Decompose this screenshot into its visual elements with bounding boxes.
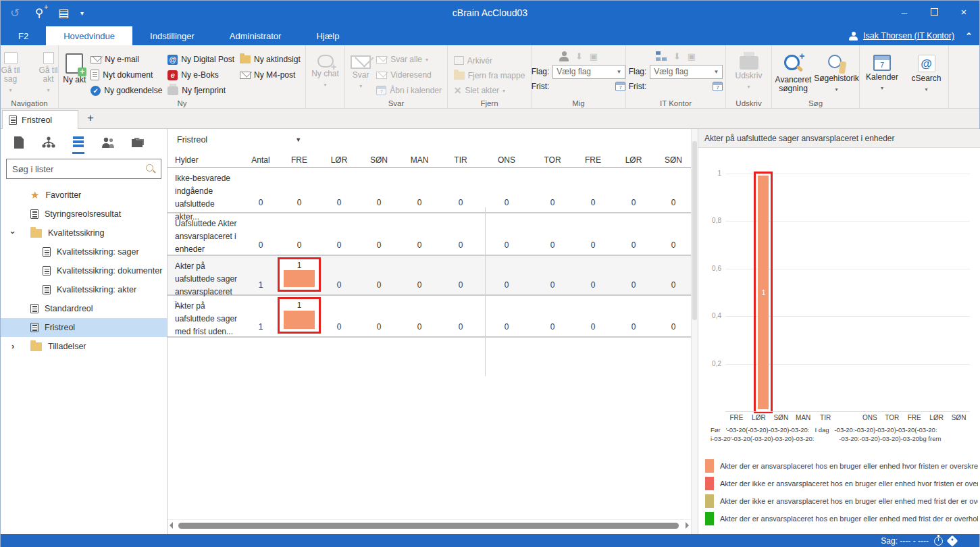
ribbon-group-mig: ⬇ ▣ Flag: Vælg flag▼ Frist: 7 Mig: [532, 45, 626, 108]
reply-button[interactable]: Svar▾: [348, 48, 373, 97]
sidebar-item-kvalitetssikring-akter[interactable]: Kvalitetssikring: akter: [1, 280, 167, 299]
sidebar-search-box[interactable]: [6, 159, 161, 179]
table-row[interactable]: Uafsluttede Akteransvarsplaceret ienhede…: [167, 213, 691, 256]
menu-tab-hovedvindue[interactable]: Hovedvindue: [46, 26, 132, 45]
stopwatch-icon[interactable]: [934, 537, 943, 546]
column-header[interactable]: LØR: [613, 155, 654, 165]
new-eboks-button[interactable]: eNy e-Boks: [165, 68, 237, 82]
search-input[interactable]: [12, 164, 142, 174]
group-label-svar: Svar: [345, 99, 447, 107]
open-in-calendar-button[interactable]: 7Åbn i kalender: [373, 84, 444, 97]
deadline-calendar-icon[interactable]: 7: [615, 82, 625, 91]
row-name-line: Ikke-besvarede: [175, 172, 240, 185]
sidebar-item-fristreol[interactable]: Fristreol: [1, 318, 167, 337]
column-header[interactable]: FRE: [573, 155, 613, 165]
contacts-view-icon[interactable]: [101, 136, 115, 149]
remove-from-folder-button[interactable]: Fjern fra mappe: [451, 69, 528, 82]
new-remote-print-button[interactable]: Ny fjernprint: [165, 84, 237, 97]
new-approval-button[interactable]: ✓Ny godkendelse: [88, 84, 165, 97]
user-icon: [849, 32, 858, 41]
collapse-ribbon-icon[interactable]: ⌃: [965, 31, 973, 41]
documents-view-icon[interactable]: [11, 136, 26, 149]
new-digital-post-button[interactable]: @Ny Digital Post: [165, 53, 237, 66]
forward-button[interactable]: Videresend: [373, 68, 444, 82]
delete-records-button[interactable]: ✕Slet akter▾: [451, 84, 528, 97]
horizontal-scrollbar[interactable]: [167, 519, 691, 531]
column-header[interactable]: MAN: [398, 155, 440, 165]
archive-button[interactable]: Arkivér: [451, 54, 528, 67]
sidebar-item-tilladelser[interactable]: ›Tilladelser: [1, 337, 167, 356]
tag-icon[interactable]: [947, 536, 958, 547]
menu-tab-administrator[interactable]: Administrator: [212, 26, 299, 45]
sidebar-item-favoritter[interactable]: ★Favoritter: [1, 186, 167, 205]
table-row[interactable]: Ikke-besvaredeindgåendeuafsluttede akter…: [167, 168, 691, 213]
column-header[interactable]: LØR: [319, 155, 359, 165]
advanced-search-button[interactable]: + Avanceretsøgning: [773, 48, 815, 97]
sidebar-item-kvalitetssikring-sager[interactable]: Kvalitetssikring: sager: [1, 242, 167, 261]
sidebar-item-standardreol[interactable]: Standardreol: [1, 299, 167, 318]
column-header[interactable]: ONS: [481, 155, 532, 165]
flag-select-mig[interactable]: Vælg flag▼: [552, 65, 625, 79]
flag-select-itkontor[interactable]: Vælg flag▼: [650, 65, 723, 79]
chevron-right-icon[interactable]: ›: [11, 341, 21, 351]
new-document-button[interactable]: Nyt dokument: [88, 68, 165, 82]
print-button[interactable]: Udskriv▾: [731, 48, 767, 97]
org-structure-view-icon[interactable]: [41, 136, 56, 149]
workspace-tab-fristreol[interactable]: Fristreol: [2, 110, 78, 129]
sidebar-item-styringsreolsresultat[interactable]: Styringsreolsresultat: [1, 205, 167, 224]
new-record-button[interactable]: + Ny akt: [61, 48, 88, 97]
scroll-right-arrow[interactable]: [686, 522, 689, 529]
column-header[interactable]: SØN: [359, 155, 398, 165]
menu-tab-indstillinger[interactable]: Indstillinger: [132, 26, 212, 45]
value-cell: 0: [573, 296, 613, 336]
column-header[interactable]: Hylder: [167, 155, 242, 165]
deadline-calendar-icon[interactable]: 7: [713, 82, 723, 91]
reply-all-button[interactable]: Svar alle▾: [373, 53, 444, 66]
folders-view-icon[interactable]: [130, 136, 145, 149]
vertical-scrollbar[interactable]: [691, 129, 698, 534]
scrollbar-thumb[interactable]: [692, 141, 697, 320]
menu-tab-f2[interactable]: F2: [1, 26, 46, 45]
table-row[interactable]: Akter påuafsluttede sagermed frist uden.…: [167, 296, 691, 338]
csearch-button[interactable]: @ cSearch▾: [908, 48, 945, 97]
user-link[interactable]: Isak Thorsen (IT Kontor): [863, 31, 954, 41]
group-label-mig: Mig: [532, 99, 625, 107]
value-cell: 0: [359, 213, 398, 255]
sidebar-item-kvalitetssikring[interactable]: ›Kvalitetssikring: [1, 224, 167, 242]
column-header[interactable]: Antal: [242, 155, 280, 165]
y-tick-label: 0,4: [701, 312, 721, 319]
sidebar-item-kvalitetssikring-dokumenter[interactable]: Kvalitetssikring: dokumenter: [1, 261, 167, 280]
column-header[interactable]: SØN: [654, 155, 693, 165]
scrollbar-thumb[interactable]: [178, 523, 679, 529]
value-cell: 0: [440, 256, 481, 294]
go-to-case-button[interactable]: Gå til sag▾: [0, 48, 29, 97]
new-email-button[interactable]: Ny e-mail: [88, 53, 165, 66]
column-header[interactable]: TOR: [532, 155, 573, 165]
scroll-left-arrow[interactable]: [170, 522, 173, 529]
menu-tab-hjaelp[interactable]: Hjælp: [299, 26, 357, 45]
calendar-button[interactable]: 7 Kalender▾: [864, 48, 900, 97]
column-header[interactable]: TIR: [440, 155, 481, 165]
legend-label: Akter der er ansvarsplaceret hos en brug…: [720, 462, 978, 470]
close-button[interactable]: ×: [954, 3, 974, 20]
list-icon: [30, 209, 38, 219]
row-name-cell: Akter påuafsluttede sagermed frist uden.…: [167, 296, 242, 336]
highlighted-cell[interactable]: 1: [278, 257, 321, 292]
chevron-down-icon[interactable]: ›: [11, 228, 21, 238]
new-m4-post-button[interactable]: Ny M4-post: [237, 68, 303, 82]
new-record-access-button[interactable]: Ny aktindsigt: [237, 53, 303, 66]
table-row[interactable]: Akter påuafsluttede sageransvarsplaceret…: [167, 256, 691, 296]
value-cell: 0: [573, 256, 613, 294]
value-cell: 0: [481, 296, 532, 336]
new-chat-button[interactable]: Ny chat▾: [309, 48, 342, 97]
highlighted-cell[interactable]: 1: [278, 297, 321, 334]
maximize-button[interactable]: [924, 3, 944, 20]
list-selector-dropdown[interactable]: Fristreol ▼: [167, 129, 691, 151]
column-header[interactable]: FRE: [280, 155, 319, 165]
shelves-view-icon[interactable]: [71, 136, 86, 149]
new-tab-button[interactable]: +: [87, 111, 94, 125]
frist-label: Frist:: [532, 82, 550, 91]
group-label-soeg: Søg: [772, 99, 859, 107]
search-history-button[interactable]: Søgehistorik▾: [815, 48, 859, 97]
minimize-button[interactable]: –: [894, 3, 914, 20]
